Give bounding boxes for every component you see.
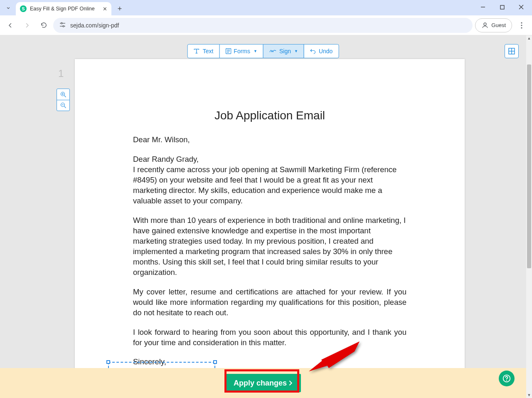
guest-label: Guest	[491, 22, 506, 28]
reload-icon	[40, 22, 47, 29]
tab-title: Easy Fill & Sign PDF Online	[30, 6, 95, 12]
zoom-out-button[interactable]	[57, 100, 69, 111]
arrow-left-icon	[7, 22, 14, 29]
chevron-right-icon	[288, 380, 293, 386]
maximize-icon	[500, 5, 505, 10]
doc-title: Job Application Email	[133, 109, 406, 122]
arrow-right-icon	[23, 22, 31, 29]
window-close-button[interactable]	[513, 1, 530, 13]
svg-line-24	[64, 106, 66, 108]
svg-point-10	[521, 25, 522, 26]
window-minimize-button[interactable]	[475, 1, 491, 13]
zoom-in-icon	[60, 91, 66, 98]
doc-para4: I look forward to hearing from you soon …	[133, 327, 406, 348]
nav-back-button[interactable]	[3, 18, 17, 32]
tool-forms-label: Forms	[234, 48, 250, 54]
window-maximize-button[interactable]	[494, 1, 510, 13]
zoom-in-button[interactable]	[57, 89, 69, 100]
kebab-icon	[521, 22, 522, 29]
doc-greeting1: Dear Mr. Wilson,	[133, 135, 406, 145]
doc-para1: I recently came across your job opening …	[133, 165, 406, 206]
editor-toolbar: Text Forms ▼ Sign ▼ Undo	[187, 44, 339, 58]
doc-greeting2: Dear Randy Grady,	[133, 154, 406, 165]
tool-undo-label: Undo	[319, 48, 332, 54]
vertical-scrollbar[interactable]: ▲ ▼	[526, 35, 532, 398]
tool-text-button[interactable]: Text	[187, 44, 220, 58]
tool-sign-label: Sign	[279, 48, 291, 54]
address-bar[interactable]: sejda.com/sign-pdf	[53, 18, 473, 33]
svg-point-8	[484, 23, 486, 25]
text-tool-icon	[194, 48, 200, 54]
action-bar: Apply changes	[0, 368, 526, 398]
tool-text-label: Text	[203, 48, 214, 54]
svg-rect-1	[500, 5, 504, 9]
undo-icon	[310, 48, 316, 54]
guest-icon	[481, 22, 489, 29]
tool-forms-button[interactable]: Forms ▼	[219, 44, 264, 58]
page-number-label: 1	[58, 68, 64, 79]
scroll-thumb[interactable]	[527, 64, 531, 268]
pdf-page[interactable]: Job Application Email Dear Mr. Wilson, D…	[75, 59, 465, 398]
svg-point-9	[521, 22, 522, 23]
browser-tab[interactable]: S Easy Fill & Sign PDF Online ✕	[16, 2, 111, 15]
resize-handle-tl[interactable]	[106, 360, 110, 364]
caret-down-icon: ▼	[294, 49, 298, 53]
chevron-down-icon	[5, 5, 11, 11]
url-text: sejda.com/sign-pdf	[70, 22, 119, 29]
tool-sign-button[interactable]: Sign ▼	[263, 44, 304, 58]
nav-forward-button	[20, 18, 34, 32]
doc-para3: My cover letter, resume and certificatio…	[133, 287, 406, 318]
tool-undo-button[interactable]: Undo	[304, 44, 339, 58]
site-settings-icon[interactable]	[59, 22, 66, 29]
svg-point-29	[506, 380, 507, 381]
minimize-icon	[480, 5, 485, 10]
scroll-down-icon[interactable]: ▼	[526, 392, 532, 398]
help-button[interactable]	[499, 371, 515, 386]
help-icon	[502, 374, 511, 383]
nav-reload-button[interactable]	[37, 18, 51, 32]
forms-icon	[225, 48, 231, 54]
svg-line-20	[64, 95, 66, 97]
apply-changes-button[interactable]: Apply changes	[225, 374, 301, 392]
signature-icon	[269, 49, 277, 54]
scroll-up-icon[interactable]: ▲	[526, 35, 532, 41]
sejda-favicon-icon: S	[20, 5, 27, 12]
close-icon	[519, 5, 524, 10]
browser-menu-button[interactable]	[515, 18, 529, 32]
resize-handle-tr[interactable]	[213, 360, 217, 364]
layout-grid-button[interactable]	[505, 44, 519, 58]
caret-down-icon: ▼	[254, 49, 257, 53]
zoom-out-icon	[60, 102, 66, 109]
apply-label: Apply changes	[234, 379, 287, 388]
doc-para2: With more than 10 years of experience in…	[133, 215, 406, 278]
zoom-controls	[57, 89, 70, 111]
profile-guest-button[interactable]: Guest	[475, 18, 512, 32]
grid-icon	[508, 48, 515, 54]
close-tab-icon[interactable]: ✕	[103, 6, 107, 12]
svg-point-5	[61, 22, 62, 24]
svg-point-11	[521, 27, 522, 28]
svg-point-7	[63, 25, 64, 27]
new-tab-button[interactable]: +	[114, 3, 126, 15]
tab-search-dropdown[interactable]	[2, 2, 14, 14]
